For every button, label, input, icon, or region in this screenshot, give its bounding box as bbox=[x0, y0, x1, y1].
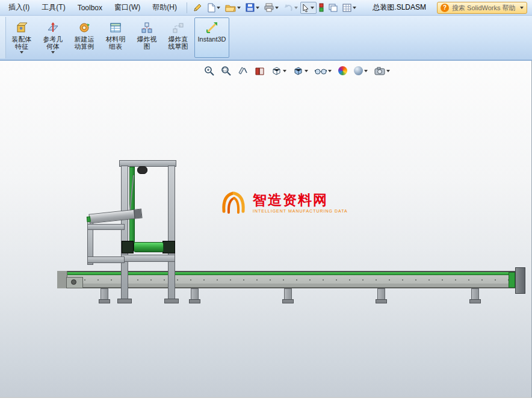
new-motion-study-button[interactable]: 新建运 动算例 bbox=[69, 17, 99, 58]
dropdown-arrow-icon[interactable] bbox=[353, 7, 356, 9]
roller-bearing-left bbox=[122, 241, 134, 253]
select-tool-button[interactable] bbox=[300, 2, 317, 14]
explode-line-sketch-button[interactable]: 爆炸直 线草图 bbox=[163, 17, 193, 58]
hide-show-items-button[interactable] bbox=[313, 65, 333, 77]
help-icon: ? bbox=[441, 4, 449, 12]
button-label: 爆炸直 线草图 bbox=[169, 36, 188, 50]
sheet-properties-button[interactable] bbox=[340, 2, 359, 14]
sketch-pencil-icon[interactable] bbox=[191, 2, 204, 14]
conveyor-hole-row bbox=[69, 278, 509, 283]
instant3d-button[interactable]: Instant3D bbox=[194, 17, 229, 58]
dropdown-arrow-icon[interactable] bbox=[256, 7, 259, 9]
conveyor-foot bbox=[469, 299, 481, 303]
menu-insert[interactable]: 插入(I) bbox=[2, 0, 36, 15]
exploded-view-button[interactable]: 爆炸视 图 bbox=[132, 17, 162, 58]
frame-crossbar bbox=[121, 255, 175, 262]
instant3d-icon bbox=[205, 21, 218, 34]
conveyor-end-pulley bbox=[509, 272, 515, 288]
search-input[interactable] bbox=[452, 4, 517, 11]
frame-right-foot bbox=[164, 299, 179, 303]
dropdown-arrow-icon[interactable] bbox=[20, 51, 23, 54]
dropdown-arrow-icon[interactable] bbox=[51, 51, 55, 54]
bill-of-materials-button[interactable]: 材料明 细表 bbox=[101, 17, 131, 58]
exploded-view-icon bbox=[140, 21, 153, 34]
apply-scene-button[interactable] bbox=[352, 64, 370, 77]
cylinder-head bbox=[134, 210, 141, 219]
subframe-top-bar bbox=[87, 224, 125, 230]
frame-left-post bbox=[121, 166, 128, 299]
menu-toolbox[interactable]: Toolbox bbox=[72, 1, 108, 14]
menu-bar: 插入(I) 工具(T) Toolbox 窗口(W) 帮助(H) bbox=[0, 0, 532, 16]
section-view-button[interactable] bbox=[253, 64, 267, 78]
bom-table-icon bbox=[109, 21, 122, 34]
dropdown-arrow-icon[interactable] bbox=[283, 70, 286, 72]
open-button[interactable] bbox=[223, 2, 243, 14]
dropdown-arrow-icon[interactable] bbox=[305, 70, 308, 72]
conveyor-foot bbox=[189, 299, 200, 303]
drive-shaft-icon bbox=[71, 279, 76, 285]
watermark-subtitle: INTELLIGENT MANUFACTURING DATA bbox=[253, 209, 348, 213]
button-label: 新建运 动算例 bbox=[75, 36, 94, 50]
reference-geometry-button[interactable]: 参考几 何体 bbox=[38, 17, 68, 58]
edit-appearance-button[interactable] bbox=[336, 64, 349, 77]
conveyor-leg bbox=[101, 288, 108, 300]
button-label: 装配体 特征 bbox=[12, 36, 32, 50]
view-orientation-button[interactable] bbox=[270, 64, 288, 78]
menu-tools[interactable]: 工具(T) bbox=[36, 0, 71, 15]
graphics-area[interactable]: 智造资料网 INTELLIGENT MANUFACTURING DATA bbox=[0, 61, 532, 397]
dropdown-arrow-icon[interactable] bbox=[275, 7, 279, 9]
conveyor-leg bbox=[191, 288, 199, 300]
zoom-fit-button[interactable] bbox=[202, 64, 216, 78]
scene-sphere-icon bbox=[354, 66, 363, 75]
conveyor-leg bbox=[377, 288, 385, 300]
watermark-title: 智造资料网 bbox=[253, 192, 348, 208]
view-settings-button[interactable] bbox=[373, 65, 392, 77]
document-title: 总装图.SLDASM bbox=[373, 2, 426, 13]
dropdown-arrow-icon[interactable] bbox=[311, 7, 314, 9]
menu-window[interactable]: 窗口(W) bbox=[108, 0, 146, 15]
button-label: Instant3D bbox=[197, 36, 226, 43]
top-pulley bbox=[137, 166, 147, 174]
assembly-features-button[interactable]: 装配体 特征 bbox=[7, 17, 37, 58]
roller-bearing-right bbox=[162, 241, 175, 253]
clipped-button bbox=[0, 17, 6, 58]
dropdown-arrow-icon[interactable] bbox=[386, 70, 390, 72]
conveyor-foot bbox=[376, 299, 387, 303]
frame-right-post bbox=[168, 166, 175, 299]
dropdown-arrow-icon[interactable] bbox=[217, 7, 220, 9]
save-button[interactable] bbox=[243, 1, 262, 14]
toolbar-separator bbox=[187, 2, 187, 13]
color-sphere-icon bbox=[338, 66, 347, 75]
dropdown-arrow-icon[interactable] bbox=[237, 7, 241, 9]
conveyor-leg bbox=[284, 288, 292, 300]
watermark-logo-icon bbox=[219, 188, 248, 216]
green-roller bbox=[134, 242, 164, 252]
button-label: 材料明 细表 bbox=[106, 36, 126, 50]
previous-view-button[interactable] bbox=[236, 64, 250, 78]
rebuild-button[interactable] bbox=[317, 1, 326, 14]
new-document-button[interactable] bbox=[204, 1, 223, 14]
dropdown-arrow-icon[interactable] bbox=[294, 7, 298, 9]
subframe-bottom-bar bbox=[87, 256, 125, 263]
cylinder-port bbox=[87, 216, 91, 222]
undo-button[interactable] bbox=[281, 2, 300, 14]
command-manager: 装配体 特征 参考几 何体 新建运 动算例 材料明 细表 bbox=[0, 16, 532, 61]
dropdown-arrow-icon[interactable] bbox=[520, 7, 524, 9]
reference-geometry-icon bbox=[46, 21, 60, 34]
heads-up-view-toolbar bbox=[202, 64, 392, 78]
zoom-area-button[interactable] bbox=[219, 64, 233, 78]
menu-help[interactable]: 帮助(H) bbox=[146, 0, 183, 15]
view-palette-button[interactable] bbox=[326, 2, 340, 14]
display-style-button[interactable] bbox=[291, 64, 310, 78]
status-bar bbox=[0, 397, 532, 416]
conveyor-leg bbox=[471, 288, 479, 300]
motion-study-icon bbox=[78, 21, 91, 34]
button-label: 参考几 何体 bbox=[43, 36, 63, 50]
help-search[interactable]: ? bbox=[437, 2, 527, 14]
print-button[interactable] bbox=[262, 1, 281, 14]
explode-line-sketch-icon bbox=[172, 21, 185, 34]
dropdown-arrow-icon[interactable] bbox=[328, 70, 332, 72]
dropdown-arrow-icon[interactable] bbox=[364, 70, 368, 72]
watermark: 智造资料网 INTELLIGENT MANUFACTURING DATA bbox=[219, 188, 348, 216]
watermark-text: 智造资料网 INTELLIGENT MANUFACTURING DATA bbox=[253, 188, 348, 213]
